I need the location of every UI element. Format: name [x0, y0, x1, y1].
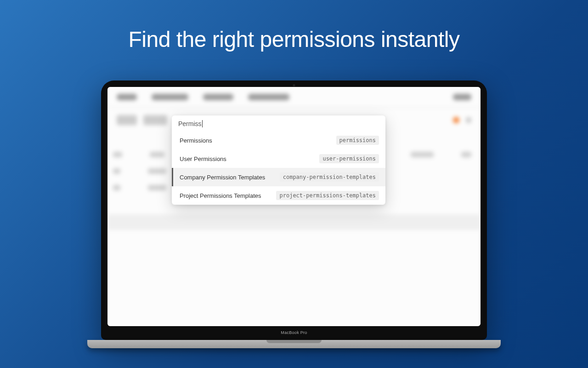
blurred-nav-item: [453, 94, 471, 100]
blurred-header-cell: [461, 152, 471, 157]
blurred-cell: [113, 168, 120, 174]
search-result-slug: user-permissions: [319, 154, 379, 163]
search-result[interactable]: Project Permissions Templatesproject-per…: [172, 186, 385, 205]
blurred-cell: [148, 185, 166, 190]
search-input-wrap[interactable]: Permiss: [172, 115, 385, 131]
blurred-nav-item: [248, 94, 289, 100]
blurred-nav-item: [152, 94, 188, 100]
laptop-bezel: Permiss PermissionspermissionsUser Permi…: [101, 80, 487, 340]
blurred-header-cell: [150, 152, 164, 157]
device-label: MacBook Pro: [101, 330, 487, 335]
blurred-nav-item: [117, 94, 137, 100]
search-result-label: Company Permission Templates: [180, 174, 265, 181]
blurred-control: [466, 117, 471, 123]
blurred-section: [107, 214, 481, 230]
laptop-base: [87, 340, 501, 348]
laptop-mockup: Permiss PermissionspermissionsUser Permi…: [101, 80, 487, 348]
search-result-slug: project-permissions-templates: [276, 191, 379, 200]
search-result-slug: company-permission-templates: [280, 172, 379, 182]
search-result-label: User Permissions: [180, 155, 226, 162]
search-result[interactable]: User Permissionsuser-permissions: [172, 150, 385, 168]
search-result-label: Permissions: [180, 137, 212, 144]
blurred-badge: [453, 117, 459, 123]
text-caret: [202, 120, 203, 127]
search-result-slug: permissions: [336, 136, 379, 145]
app-screen: Permiss PermissionspermissionsUser Permi…: [107, 87, 481, 326]
blurred-nav-item: [203, 94, 233, 100]
search-query-text: Permiss: [178, 120, 202, 127]
hero-title: Find the right permissions instantly: [0, 0, 588, 52]
search-result[interactable]: Company Permission Templatescompany-perm…: [172, 168, 385, 186]
search-popover: Permiss PermissionspermissionsUser Permi…: [172, 115, 385, 205]
blurred-control: [117, 115, 137, 125]
search-input[interactable]: Permiss: [178, 120, 379, 127]
blurred-cell: [148, 168, 166, 174]
search-results-list: PermissionspermissionsUser Permissionsus…: [172, 131, 385, 205]
blurred-header-cell: [113, 152, 122, 157]
search-result-label: Project Permissions Templates: [180, 192, 261, 199]
blurred-header-cell: [411, 152, 434, 157]
search-result[interactable]: Permissionspermissions: [172, 131, 385, 150]
blurred-cell: [113, 185, 120, 190]
blurred-control: [143, 115, 167, 125]
